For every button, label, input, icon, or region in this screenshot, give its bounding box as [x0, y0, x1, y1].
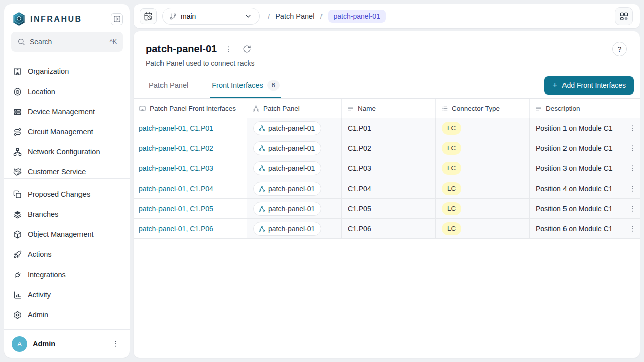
user-menu-button[interactable]: [109, 337, 122, 350]
tabs: Patch Panel Front Interfaces 6 + Add Fro…: [134, 74, 640, 99]
row-actions-button[interactable]: [625, 222, 639, 236]
chevron-down-icon: [244, 12, 252, 20]
kebab-icon: [628, 124, 636, 132]
infrahub-logo: INFRAHUB: [12, 12, 83, 26]
breadcrumb-patch-panel-01[interactable]: patch-panel-01: [328, 10, 386, 23]
column-header-description: Description: [530, 99, 624, 118]
relation-icon: [258, 165, 265, 172]
sidebar-item-admin[interactable]: Admin: [8, 305, 126, 325]
brand-name: INFRAHUB: [30, 15, 83, 24]
connector-type-badge: LC: [442, 162, 461, 175]
front-interfaces-table: Patch Panel Front Interfaces Patch Panel…: [134, 99, 640, 239]
interface-link[interactable]: patch-panel-01, C1.P04: [139, 185, 213, 193]
branch-current[interactable]: main: [163, 8, 236, 24]
sidebar-item-circuit-management[interactable]: Circuit Management: [8, 122, 126, 142]
text-icon: [347, 105, 354, 112]
row-actions-button[interactable]: [625, 182, 639, 196]
relation-icon: [252, 105, 260, 112]
connector-type-badge: LC: [442, 122, 461, 135]
description-cell: Position 6 on Module C1: [536, 225, 613, 233]
kebab-icon: [628, 164, 636, 172]
table-row: patch-panel-01, C1.P03 patch-panel-01 C1…: [134, 158, 640, 178]
sidebar-item-object-management[interactable]: Object Management: [8, 224, 126, 244]
title-menu-button[interactable]: [223, 44, 234, 55]
interface-link[interactable]: patch-panel-01, C1.P03: [139, 164, 213, 172]
branch-dropdown-toggle[interactable]: [236, 8, 259, 24]
branch-selector[interactable]: main: [162, 8, 260, 25]
add-front-interfaces-button[interactable]: + Add Front Interfaces: [544, 76, 634, 95]
sidebar-item-integrations[interactable]: Integrations: [8, 264, 126, 285]
kebab-icon: [225, 45, 233, 53]
page-subtitle: Patch Panel used to connect racks: [146, 59, 628, 67]
calendar-clock-icon: [144, 12, 153, 21]
name-cell: C1.P01: [348, 124, 371, 132]
page-title: patch-panel-01: [146, 43, 217, 55]
name-cell: C1.P06: [348, 225, 371, 233]
interface-link[interactable]: patch-panel-01, C1.P01: [139, 124, 213, 132]
connector-type-badge: LC: [442, 222, 461, 235]
description-cell: Position 3 on Module C1: [536, 164, 613, 172]
user-name: Admin: [33, 340, 55, 348]
patch-panel-badge[interactable]: patch-panel-01: [253, 182, 321, 196]
refresh-button[interactable]: [241, 44, 252, 55]
kebab-icon: [628, 225, 636, 233]
connector-type-badge: LC: [442, 182, 461, 195]
sidebar-item-branches[interactable]: Branches: [8, 204, 126, 224]
git-branch-icon: [169, 13, 177, 20]
name-cell: C1.P04: [348, 185, 371, 193]
sidebar-item-device-management[interactable]: Device Management: [8, 102, 126, 122]
breadcrumb-separator: /: [268, 12, 270, 21]
row-actions-button[interactable]: [625, 141, 639, 155]
tab-count-badge: 6: [267, 80, 280, 90]
table-row: patch-panel-01, C1.P06 patch-panel-01 C1…: [134, 219, 640, 239]
sidebar-item-network-configuration[interactable]: Network Configuration: [8, 142, 126, 162]
location-icon: [13, 87, 22, 96]
relation-icon: [258, 145, 265, 152]
patch-panel-badge[interactable]: patch-panel-01: [253, 141, 321, 155]
breadcrumb-patch-panel[interactable]: Patch Panel: [275, 12, 314, 20]
bar-chart-icon: [13, 291, 22, 299]
interface-link[interactable]: patch-panel-01, C1.P06: [139, 225, 213, 233]
kebab-icon: [628, 185, 636, 193]
sidebar-item-location[interactable]: Location: [8, 81, 126, 102]
sidebar-item-organization[interactable]: Organization: [8, 61, 126, 81]
handshake-icon: [13, 168, 22, 176]
name-cell: C1.P02: [348, 144, 371, 152]
sidebar-item-customer-service[interactable]: Customer Service: [8, 162, 126, 179]
relation-icon: [258, 185, 265, 192]
kebab-icon: [628, 205, 636, 213]
search-input[interactable]: Search ^K: [11, 32, 123, 52]
building-icon: [13, 67, 22, 76]
relation-icon: [258, 205, 265, 212]
patch-panel-badge[interactable]: patch-panel-01: [253, 161, 321, 175]
help-button[interactable]: ?: [612, 42, 627, 56]
tab-patch-panel[interactable]: Patch Panel: [147, 74, 190, 98]
row-actions-button[interactable]: [625, 121, 639, 135]
patch-panel-badge[interactable]: patch-panel-01: [253, 202, 321, 216]
interface-link[interactable]: patch-panel-01, C1.P05: [139, 205, 213, 213]
time-travel-button[interactable]: [140, 8, 157, 24]
sidebar-item-activity[interactable]: Activity: [8, 285, 126, 305]
connector-type-badge: LC: [442, 142, 461, 155]
patch-panel-badge[interactable]: patch-panel-01: [253, 121, 321, 135]
breadcrumb: / Patch Panel / patch-panel-01: [268, 10, 386, 23]
row-actions-button[interactable]: [625, 202, 639, 216]
sidebar-nav-primary: Organization Location Device Management …: [4, 57, 130, 179]
sidebar-item-proposed-changes[interactable]: Proposed Changes: [8, 184, 126, 204]
avatar: A: [12, 336, 27, 352]
sidebar-item-actions[interactable]: Actions: [8, 244, 126, 264]
box-icon: [13, 230, 22, 239]
rocket-icon: [13, 250, 22, 259]
column-header-actions: [624, 99, 640, 118]
search-placeholder: Search: [30, 38, 105, 46]
table-row: patch-panel-01, C1.P04 patch-panel-01 C1…: [134, 178, 640, 199]
interface-link[interactable]: patch-panel-01, C1.P02: [139, 144, 213, 152]
task-manager-button[interactable]: [615, 7, 633, 25]
row-actions-button[interactable]: [625, 161, 639, 175]
tab-front-interfaces[interactable]: Front Interfaces 6: [210, 74, 281, 98]
list-icon: [441, 105, 448, 112]
sidebar-collapse-button[interactable]: [111, 13, 123, 25]
column-header-name: Name: [342, 99, 436, 118]
patch-panel-badge[interactable]: patch-panel-01: [253, 222, 321, 236]
refresh-icon: [243, 45, 251, 53]
